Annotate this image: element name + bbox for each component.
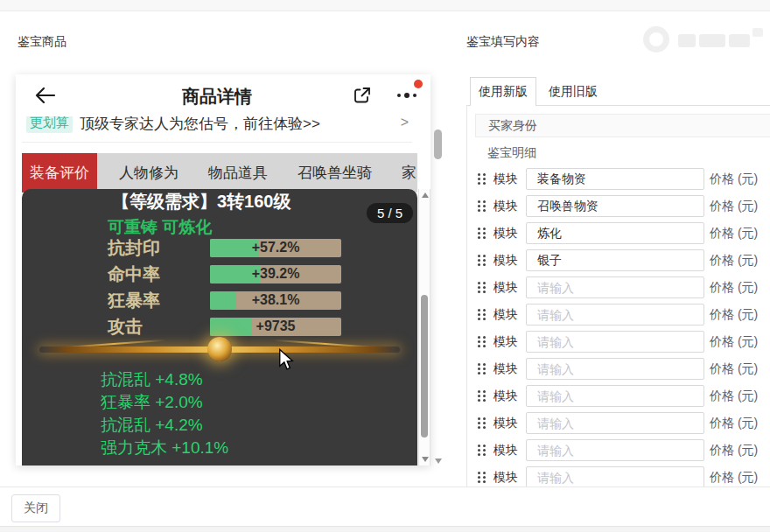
module-input[interactable] [526, 439, 704, 461]
module-input[interactable] [526, 276, 704, 298]
module-input[interactable] [526, 358, 704, 380]
top-strip [0, 0, 770, 11]
module-input[interactable] [526, 304, 704, 326]
panel-scroll-down-icon[interactable] [435, 458, 442, 464]
module-input[interactable] [526, 168, 704, 190]
category-tab[interactable]: 家园养育 [394, 153, 417, 192]
module-row: 模块 价格 (元) [477, 222, 770, 244]
drag-handle-icon[interactable] [478, 173, 486, 186]
module-label: 模块 [494, 388, 518, 404]
stat-bar: +39.2% [210, 265, 341, 284]
module-row: 模块 价格 (元) [477, 331, 770, 353]
image-pager-badge: 5 / 5 [367, 203, 413, 223]
bottom-strip [0, 526, 770, 532]
module-label: 模块 [494, 172, 518, 187]
stat-value: +57.2% [210, 240, 341, 256]
drag-handle-icon[interactable] [478, 390, 486, 402]
stat-row: 命中率 +39.2% [108, 264, 341, 284]
module-label: 模块 [494, 361, 518, 377]
product-screenshot-panel: 商品详情 更划算 顶级专家达人为您估号，前往体验>> > 装备评价 人物修为 物… [16, 74, 430, 466]
category-tab-bar: 装备评价 人物修为 物品道具 召唤兽坐骑 家园养育 [22, 153, 417, 192]
drag-handle-icon[interactable] [478, 228, 486, 240]
close-button[interactable]: 关闭 [11, 494, 60, 522]
module-row: 模块 价格 (元) [477, 249, 770, 271]
panel-scrollbar[interactable] [434, 114, 443, 464]
module-input[interactable] [526, 331, 704, 353]
bonus-line: 狂暴率 +2.0% [101, 391, 228, 414]
promo-badge: 更划算 [26, 116, 73, 133]
price-label: 价格 (元) [710, 199, 758, 214]
module-row: 模块 价格 (元) [477, 412, 770, 434]
tab-use-old-version[interactable]: 使用旧版 [549, 84, 598, 100]
module-input[interactable] [526, 466, 704, 486]
module-row: 模块 价格 (元) [477, 304, 770, 326]
stat-list: 抗封印 +57.2% 命中率 +39.2% [108, 238, 341, 343]
price-label: 价格 (元) [710, 226, 758, 242]
module-row: 模块 价格 (元) [477, 385, 770, 407]
drag-handle-icon[interactable] [478, 472, 486, 484]
level-requirement: 【等级需求】3转160级 [112, 190, 291, 214]
chevron-right-icon: > [401, 116, 409, 130]
tab-use-new-version[interactable]: 使用新版 [470, 77, 536, 106]
category-tab[interactable]: 物品道具 [200, 153, 276, 192]
module-input[interactable] [526, 222, 704, 244]
bonus-line: 强力克木 +10.1% [101, 437, 228, 459]
bonus-line: 抗混乱 +4.2% [101, 414, 228, 437]
scroll-down-icon[interactable] [422, 457, 429, 462]
stat-row: 攻击 +9735 [108, 317, 341, 336]
module-row: 模块 价格 (元) [477, 168, 770, 190]
stat-label: 抗封印 [108, 236, 210, 260]
stat-bar: +9735 [210, 318, 341, 336]
mouse-cursor [278, 348, 294, 374]
module-label: 模块 [494, 416, 518, 431]
price-label: 价格 (元) [710, 361, 758, 377]
phone-header: 商品详情 [16, 74, 418, 116]
bottom-divider [0, 486, 770, 487]
module-input[interactable] [526, 412, 704, 434]
panel-scrollbar-thumb[interactable] [434, 130, 442, 159]
module-row: 模块 价格 (元) [477, 358, 770, 380]
drag-handle-icon[interactable] [478, 282, 486, 294]
category-tab[interactable]: 装备评价 [22, 153, 97, 192]
module-label: 模块 [494, 443, 518, 458]
drag-handle-icon[interactable] [478, 200, 486, 213]
stat-value: +39.2% [210, 266, 341, 282]
drag-handle-icon[interactable] [478, 444, 486, 457]
module-row: 模块 价格 (元) [477, 195, 770, 217]
module-input[interactable] [526, 195, 704, 217]
module-input[interactable] [526, 385, 704, 407]
price-label: 价格 (元) [710, 253, 758, 269]
price-label: 价格 (元) [710, 470, 758, 486]
stat-label: 攻击 [108, 315, 210, 339]
more-dots-icon[interactable] [397, 93, 416, 98]
share-export-icon[interactable] [352, 85, 373, 106]
category-tab[interactable]: 人物修为 [111, 153, 186, 192]
appraisal-detail-section: 鉴宝明细 [487, 145, 536, 161]
inner-scrollbar[interactable] [418, 189, 430, 466]
bonus-list: 抗混乱 +4.8% 狂暴率 +2.0% 抗混乱 +4.2% 强力克木 +10.1… [101, 368, 228, 459]
drag-handle-icon[interactable] [478, 336, 486, 348]
drag-handle-icon[interactable] [478, 255, 486, 267]
inner-scrollbar-thumb[interactable] [421, 295, 428, 438]
buyer-identity-section[interactable]: 买家身份 [475, 114, 770, 137]
page: 鉴宝商品 鉴宝填写内容 商品详情 更划算 顶级专家达人为您估号，前往 [0, 0, 770, 532]
watermark-logo [641, 23, 768, 60]
price-label: 价格 (元) [710, 443, 758, 458]
module-label: 模块 [494, 280, 518, 296]
price-label: 价格 (元) [710, 416, 758, 431]
drag-handle-icon[interactable] [478, 309, 486, 321]
drag-handle-icon[interactable] [478, 363, 486, 375]
category-tab[interactable]: 召唤兽坐骑 [290, 153, 380, 192]
promo-banner[interactable]: 更划算 顶级专家达人为您估号，前往体验>> > [22, 116, 412, 143]
module-input[interactable] [526, 249, 704, 271]
module-label: 模块 [494, 253, 518, 269]
module-row: 模块 价格 (元) [477, 466, 770, 486]
drag-handle-icon[interactable] [478, 417, 486, 430]
notification-dot [414, 80, 423, 88]
scroll-up-icon[interactable] [422, 192, 429, 198]
module-row: 模块 价格 (元) [477, 439, 770, 461]
watermark-ring-icon [643, 26, 669, 52]
module-row: 模块 价格 (元) [477, 276, 770, 298]
stat-label: 命中率 [108, 262, 210, 286]
gold-emblem-icon [207, 337, 232, 361]
